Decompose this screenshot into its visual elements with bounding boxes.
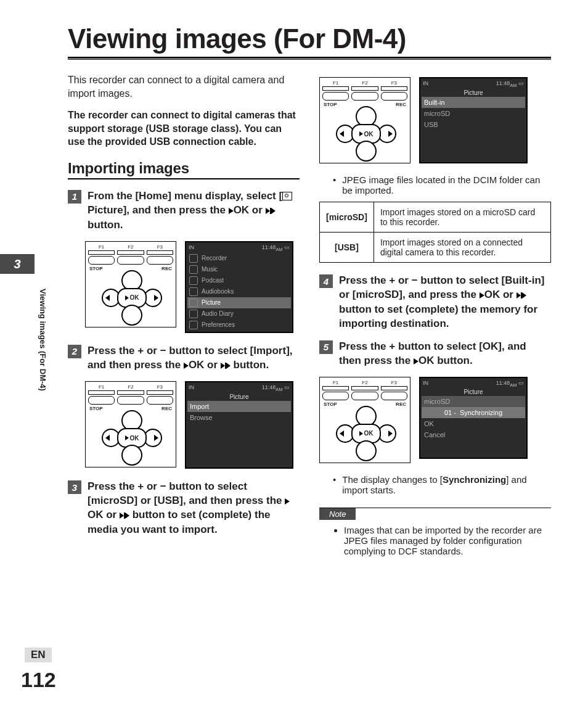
table-val: Import images stored on a microSD card t…: [374, 202, 550, 233]
play-icon: [285, 498, 290, 504]
step-number: 1: [68, 190, 81, 204]
divider: [68, 57, 551, 59]
fast-forward-icon: [266, 204, 276, 218]
divider: [68, 178, 300, 179]
down-button: [121, 305, 142, 326]
play-icon: [480, 292, 484, 298]
left-column: This recorder can connect to a digital c…: [68, 73, 300, 559]
note-label: Note: [319, 508, 356, 520]
fast-forward-icon: [517, 289, 526, 303]
step-1: 1 From the [Home] menu display, select […: [68, 189, 300, 233]
intro-text: This recorder can connect to a digital c…: [68, 73, 300, 100]
page-number: 112: [21, 668, 56, 692]
table-key: [microSD]: [320, 202, 374, 233]
screen-synchronizing: IN11:48AM ▭ Picture microSD 01 - Synchro…: [419, 377, 528, 459]
note-item: Images that can be imported by the recor…: [344, 525, 551, 556]
play-icon: [229, 208, 234, 214]
step-text: Press the + or − button to select [micro…: [88, 480, 300, 537]
device-diagram: F1F2F3 STOPREC OK: [85, 381, 176, 467]
side-section-label: Viewing images (For DM-4): [38, 289, 47, 391]
screen-picture-menu: IN11:48AM ▭ Picture Import Browse: [185, 381, 293, 469]
step-text: Press the + button to select [OK], and t…: [339, 340, 551, 368]
device-diagram: F1F2F3 STOPREC OK: [319, 77, 410, 163]
fast-forward-icon: [120, 509, 129, 523]
chapter-tab: 3: [0, 254, 35, 274]
step-3: 3 Press the + or − button to select [mic…: [68, 480, 300, 537]
note-list: Images that can be imported by the recor…: [319, 525, 551, 556]
table-key: [USB]: [320, 233, 374, 263]
play-icon: [414, 358, 419, 364]
right-column: F1F2F3 STOPREC OK IN11:48AM ▭ Picture Bu…: [319, 73, 551, 559]
step-text: Press the + or − button to select [Built…: [339, 274, 551, 331]
bullet-sync: The display changes to [Synchronizing] a…: [333, 474, 551, 495]
device-diagram: F1F2F3 STOPREC OK: [319, 377, 410, 463]
step-5: 5 Press the + button to select [OK], and…: [319, 340, 551, 368]
language-badge: EN: [25, 648, 52, 662]
divider: [68, 59, 551, 60]
step-number: 4: [319, 274, 333, 288]
fast-forward-icon: [221, 359, 231, 373]
step-2: 2 Press the + or − button to select [Imp…: [68, 344, 300, 373]
step-text: Press the + or − button to select [Impor…: [88, 344, 300, 373]
table-val: Import images stored on a connected digi…: [374, 233, 550, 263]
step-text: From the [Home] menu display, select [ P…: [88, 189, 300, 233]
play-icon: [184, 363, 189, 369]
options-table: [microSD]Import images stored on a micro…: [319, 202, 551, 263]
device-diagram: F1F2F3 STOPREC OK: [85, 241, 176, 327]
intro-bold: The recorder can connect to digital came…: [68, 109, 300, 149]
section-heading: Importing images: [68, 160, 300, 177]
step-number: 5: [319, 340, 333, 354]
screen-home-menu: IN11:48AM ▭ Recorder Music Podcast Audio…: [185, 241, 293, 333]
step-number: 3: [68, 480, 81, 494]
picture-icon: [282, 192, 292, 200]
page-title: Viewing images (For DM-4): [68, 23, 551, 54]
bullet-dcim: JPEG image files located in the DCIM fol…: [333, 175, 551, 196]
step-4: 4 Press the + or − button to select [Bui…: [319, 274, 551, 331]
step-number: 2: [68, 345, 81, 358]
screen-sources: IN11:48AM ▭ Picture Built-in microSD USB: [419, 77, 528, 163]
